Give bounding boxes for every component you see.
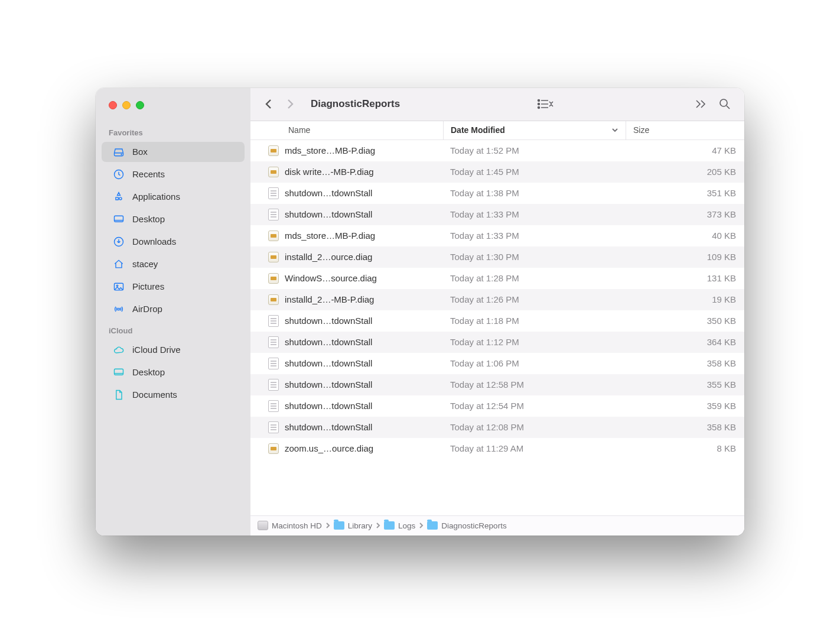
- file-row[interactable]: shutdown…tdownStallToday at 1:12 PM364 K…: [250, 332, 744, 353]
- sidebar-item-icloud-drive[interactable]: iCloud Drive: [102, 340, 245, 360]
- sidebar-item-icloud-desktop[interactable]: Desktop: [102, 362, 245, 382]
- document-icon: [112, 388, 125, 401]
- sidebar-item-label: stacey: [132, 259, 158, 269]
- close-window-button[interactable]: [109, 101, 117, 109]
- sidebar-item-airdrop[interactable]: AirDrop: [102, 299, 245, 319]
- desktop-icon: [112, 366, 125, 379]
- file-size: 350 KB: [626, 316, 744, 326]
- path-label: Macintosh HD: [272, 521, 322, 530]
- desktop-icon: [112, 213, 125, 226]
- toolbar-overflow-button[interactable]: [691, 99, 711, 109]
- file-row[interactable]: shutdown…tdownStallToday at 1:33 PM373 K…: [250, 204, 744, 225]
- column-date-header[interactable]: Date Modified: [443, 121, 626, 139]
- search-icon: [718, 98, 731, 111]
- file-row[interactable]: WindowS…source.diagToday at 1:28 PM131 K…: [250, 268, 744, 289]
- file-size: 47 KB: [626, 145, 744, 155]
- file-row[interactable]: disk write…-MB-P.diagToday at 1:45 PM205…: [250, 161, 744, 183]
- sidebar-item-icloud-documents[interactable]: Documents: [102, 385, 245, 405]
- text-file-icon: [268, 379, 279, 391]
- file-size: 19 KB: [626, 294, 744, 304]
- path-segment[interactable]: Macintosh HD: [258, 521, 322, 530]
- diag-file-icon: [268, 443, 279, 454]
- search-button[interactable]: [715, 98, 735, 111]
- file-size: 358 KB: [626, 358, 744, 368]
- file-size: 351 KB: [626, 188, 744, 198]
- home-icon: [112, 258, 125, 271]
- file-row[interactable]: shutdown…tdownStallToday at 1:06 PM358 K…: [250, 353, 744, 374]
- sidebar-item-downloads[interactable]: Downloads: [102, 232, 245, 252]
- file-row[interactable]: zoom.us_…ource.diagToday at 11:29 AM8 KB: [250, 438, 744, 459]
- folder-icon: [427, 521, 438, 530]
- sidebar: Favorites Box Recents Applications Deskt…: [96, 88, 250, 536]
- file-size: 131 KB: [626, 273, 744, 283]
- file-name: shutdown…tdownStall: [285, 188, 372, 198]
- cloud-icon: [112, 343, 125, 356]
- file-date: Today at 1:33 PM: [443, 209, 626, 219]
- path-segment[interactable]: DiagnosticReports: [427, 521, 506, 530]
- window-controls: [96, 101, 250, 122]
- chevron-left-icon: [264, 98, 274, 110]
- file-name: installd_2…ource.diag: [285, 252, 372, 262]
- svg-point-5: [116, 285, 118, 287]
- file-name: shutdown…tdownStall: [285, 401, 372, 411]
- sidebar-item-label: iCloud Drive: [132, 345, 181, 355]
- sidebar-item-label: Applications: [132, 192, 180, 202]
- svg-point-10: [538, 107, 539, 109]
- path-bar: Macintosh HDLibraryLogsDiagnosticReports: [250, 515, 744, 536]
- fullscreen-window-button[interactable]: [136, 101, 144, 109]
- path-separator-icon: [325, 521, 330, 530]
- clock-icon: [112, 168, 125, 181]
- path-label: DiagnosticReports: [441, 521, 506, 530]
- file-size: 8 KB: [626, 443, 744, 453]
- sidebar-item-applications[interactable]: Applications: [102, 187, 245, 207]
- column-name-header[interactable]: Name: [250, 125, 443, 135]
- file-row[interactable]: shutdown…tdownStallToday at 1:38 PM351 K…: [250, 183, 744, 204]
- sidebar-item-home[interactable]: stacey: [102, 254, 245, 274]
- disk-icon: [258, 521, 268, 530]
- forward-button[interactable]: [281, 95, 299, 113]
- finder-window: Favorites Box Recents Applications Deskt…: [96, 88, 744, 536]
- minimize-window-button[interactable]: [122, 101, 131, 109]
- svg-point-6: [118, 308, 119, 310]
- text-file-icon: [268, 400, 279, 412]
- file-name: mds_store…MB-P.diag: [285, 145, 375, 155]
- file-row[interactable]: shutdown…tdownStallToday at 1:18 PM350 K…: [250, 310, 744, 332]
- svg-point-8: [538, 100, 539, 102]
- folder-icon: [334, 521, 344, 530]
- path-segment[interactable]: Logs: [384, 521, 415, 530]
- svg-point-9: [538, 103, 539, 105]
- sidebar-item-desktop[interactable]: Desktop: [102, 209, 245, 229]
- file-name: WindowS…source.diag: [285, 273, 377, 283]
- sidebar-item-box[interactable]: Box: [102, 142, 245, 162]
- pictures-icon: [112, 280, 125, 293]
- sidebar-item-label: Desktop: [132, 214, 165, 224]
- file-name: shutdown…tdownStall: [285, 209, 372, 219]
- back-button[interactable]: [260, 95, 278, 113]
- file-date: Today at 1:30 PM: [443, 252, 626, 262]
- file-date: Today at 1:38 PM: [443, 188, 626, 198]
- file-row[interactable]: mds_store…MB-P.diagToday at 1:52 PM47 KB: [250, 140, 744, 161]
- applications-icon: [112, 190, 125, 203]
- sidebar-item-label: Pictures: [132, 281, 164, 291]
- chevron-double-right-icon: [695, 99, 708, 109]
- view-options-button[interactable]: [533, 98, 558, 110]
- text-file-icon: [268, 421, 279, 433]
- path-segment[interactable]: Library: [334, 521, 372, 530]
- file-row[interactable]: installd_2…ource.diagToday at 1:30 PM109…: [250, 246, 744, 268]
- sidebar-item-label: Desktop: [132, 367, 165, 377]
- column-size-header[interactable]: Size: [626, 125, 744, 135]
- file-list: mds_store…MB-P.diagToday at 1:52 PM47 KB…: [250, 140, 744, 515]
- file-row[interactable]: shutdown…tdownStallToday at 12:54 PM359 …: [250, 395, 744, 417]
- file-date: Today at 12:54 PM: [443, 401, 626, 411]
- file-size: 40 KB: [626, 231, 744, 241]
- file-row[interactable]: installd_2…-MB-P.diagToday at 1:26 PM19 …: [250, 289, 744, 310]
- file-date: Today at 12:58 PM: [443, 379, 626, 390]
- file-row[interactable]: shutdown…tdownStallToday at 12:08 PM358 …: [250, 417, 744, 438]
- column-header: Name Date Modified Size: [250, 121, 744, 140]
- sidebar-item-pictures[interactable]: Pictures: [102, 277, 245, 297]
- file-row[interactable]: shutdown…tdownStallToday at 12:58 PM355 …: [250, 374, 744, 395]
- sidebar-item-recents[interactable]: Recents: [102, 164, 245, 184]
- file-date: Today at 1:28 PM: [443, 273, 626, 283]
- main-panel: DiagnosticReports Name Date Modi: [250, 88, 744, 536]
- file-row[interactable]: mds_store…MB-P.diagToday at 1:33 PM40 KB: [250, 225, 744, 246]
